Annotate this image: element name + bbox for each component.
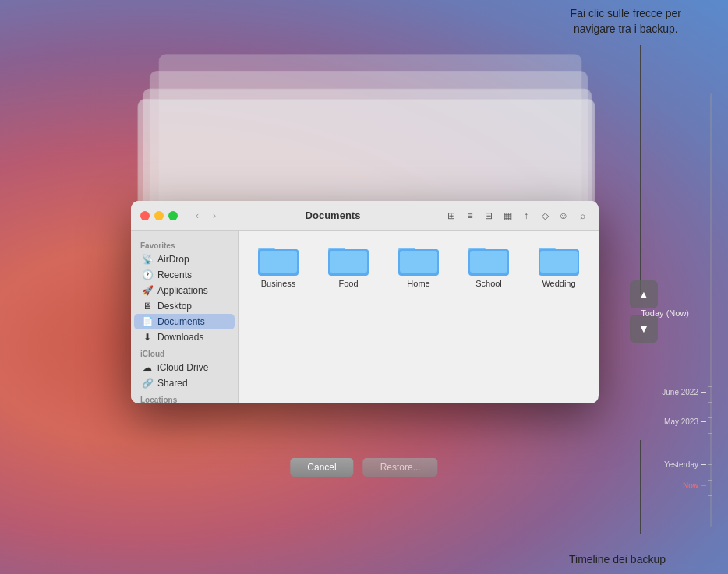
- minimize-button[interactable]: [154, 211, 164, 220]
- timeline-bar: [710, 93, 712, 527]
- tick-mark-7: [708, 480, 712, 481]
- tick-mark-6: [708, 464, 712, 465]
- close-button[interactable]: [140, 211, 150, 220]
- folder-wedding-label: Wedding: [542, 279, 575, 288]
- grid-icon[interactable]: ⊞: [444, 209, 458, 223]
- locations-label: Locations: [131, 391, 238, 403]
- tick-mark-5: [708, 449, 712, 449]
- sidebar-item-shared[interactable]: 🔗 Shared: [134, 375, 235, 391]
- forward-arrow[interactable]: ›: [207, 209, 221, 223]
- folder-wedding[interactable]: Wedding: [532, 243, 586, 288]
- zoom-button[interactable]: [168, 211, 178, 220]
- cancel-button[interactable]: Cancel: [290, 458, 353, 477]
- finder-title: Documents: [228, 210, 438, 221]
- tick-mark-2: [708, 402, 712, 403]
- svg-rect-15: [470, 251, 507, 273]
- sidebar-item-shared-label: Shared: [157, 378, 188, 389]
- folder-school[interactable]: School: [461, 243, 516, 288]
- finder-window: ‹ › Documents ⊞ ≡ ⊟ ▦ ↑ ◇ ☺ ⌕ Favorites …: [131, 201, 599, 403]
- finder-content: Business Food: [239, 231, 599, 403]
- annotation-line-bottom: [640, 440, 641, 534]
- tick-mark-3: [708, 417, 712, 418]
- folder-home-icon: [398, 243, 439, 276]
- folder-food-label: Food: [338, 279, 358, 288]
- sidebar-item-documents-label: Documents: [157, 316, 205, 327]
- tag-icon[interactable]: ◇: [538, 209, 552, 223]
- sidebar-item-icloud-drive[interactable]: ☁ iCloud Drive: [134, 360, 235, 375]
- gallery-icon[interactable]: ▦: [500, 209, 514, 223]
- icloud-drive-icon: ☁: [142, 362, 153, 373]
- desktop-icon: 🖥: [142, 301, 153, 312]
- finder-body: Favorites 📡 AirDrop 🕐 Recents 🚀 Applicat…: [131, 231, 599, 403]
- recents-icon: 🕐: [142, 269, 153, 280]
- folder-wedding-icon: [539, 243, 579, 276]
- folder-business-icon: [258, 243, 299, 276]
- nav-arrows: ‹ ›: [190, 209, 221, 223]
- annotation-bottom: Timeline dei backup: [569, 552, 666, 568]
- annotation-top: Fai clic sulle frecce per navigare tra i…: [571, 6, 681, 37]
- sidebar-item-downloads[interactable]: ⬇ Downloads: [134, 329, 235, 345]
- finder-titlebar: ‹ › Documents ⊞ ≡ ⊟ ▦ ↑ ◇ ☺ ⌕: [131, 201, 599, 231]
- icloud-label: iCloud: [131, 345, 238, 360]
- tick-mark-8: [708, 495, 712, 496]
- sidebar-item-airdrop[interactable]: 📡 AirDrop: [134, 252, 235, 267]
- shared-icon: 🔗: [142, 378, 153, 389]
- folder-business[interactable]: Business: [251, 243, 306, 288]
- sidebar-item-recents[interactable]: 🕐 Recents: [134, 267, 235, 283]
- folder-home[interactable]: Home: [391, 243, 446, 288]
- search-icon[interactable]: ⌕: [575, 209, 589, 223]
- finder-sidebar: Favorites 📡 AirDrop 🕐 Recents 🚀 Applicat…: [131, 231, 239, 403]
- timeline-label-june2022: June 2022: [662, 388, 706, 396]
- applications-icon: 🚀: [142, 285, 153, 296]
- sidebar-item-recents-label: Recents: [157, 269, 192, 280]
- svg-rect-3: [260, 251, 297, 273]
- annotation-line-top: [640, 45, 641, 294]
- sidebar-item-desktop[interactable]: 🖥 Desktop: [134, 298, 235, 314]
- traffic-lights: [140, 211, 178, 220]
- svg-rect-7: [330, 251, 367, 273]
- today-now-label: Today (Now): [641, 308, 689, 318]
- share-icon[interactable]: ↑: [519, 209, 533, 223]
- timeline-label-may2023: May 2023: [664, 417, 706, 426]
- sidebar-item-applications[interactable]: 🚀 Applications: [134, 283, 235, 298]
- action-buttons: Cancel Restore...: [290, 458, 437, 477]
- timeline-down-arrow[interactable]: ▼: [630, 315, 658, 343]
- restore-button[interactable]: Restore...: [363, 458, 438, 477]
- airdrop-icon: 📡: [142, 254, 153, 265]
- tick-mark-4: [708, 433, 712, 434]
- tick-mark-1: [708, 386, 712, 387]
- folder-school-label: School: [475, 279, 502, 288]
- documents-icon: 📄: [142, 316, 153, 327]
- folder-food-icon: [328, 243, 369, 276]
- folder-school-icon: [468, 243, 509, 276]
- svg-rect-19: [540, 251, 578, 273]
- action-icon[interactable]: ☺: [557, 209, 571, 223]
- column-icon[interactable]: ⊟: [482, 209, 496, 223]
- sidebar-item-downloads-label: Downloads: [157, 332, 203, 343]
- downloads-icon: ⬇: [142, 332, 153, 343]
- folder-home-label: Home: [407, 279, 429, 288]
- timeline-label-now: Now: [683, 481, 706, 490]
- timeline-up-arrow[interactable]: ▲: [630, 280, 658, 308]
- list-icon[interactable]: ≡: [463, 209, 477, 223]
- folder-business-label: Business: [261, 279, 296, 288]
- folder-food[interactable]: Food: [321, 243, 376, 288]
- favorites-label: Favorites: [131, 237, 238, 252]
- sidebar-item-airdrop-label: AirDrop: [157, 254, 189, 265]
- back-arrow[interactable]: ‹: [190, 209, 204, 223]
- sidebar-item-documents[interactable]: 📄 Documents: [134, 314, 235, 329]
- svg-rect-11: [400, 251, 437, 273]
- sidebar-item-icloud-drive-label: iCloud Drive: [157, 362, 208, 373]
- finder-toolbar-icons: ⊞ ≡ ⊟ ▦ ↑ ◇ ☺ ⌕: [444, 209, 589, 223]
- timeline-label-yesterday: Yesterday: [664, 460, 706, 469]
- sidebar-item-desktop-label: Desktop: [157, 301, 192, 312]
- sidebar-item-applications-label: Applications: [157, 285, 208, 296]
